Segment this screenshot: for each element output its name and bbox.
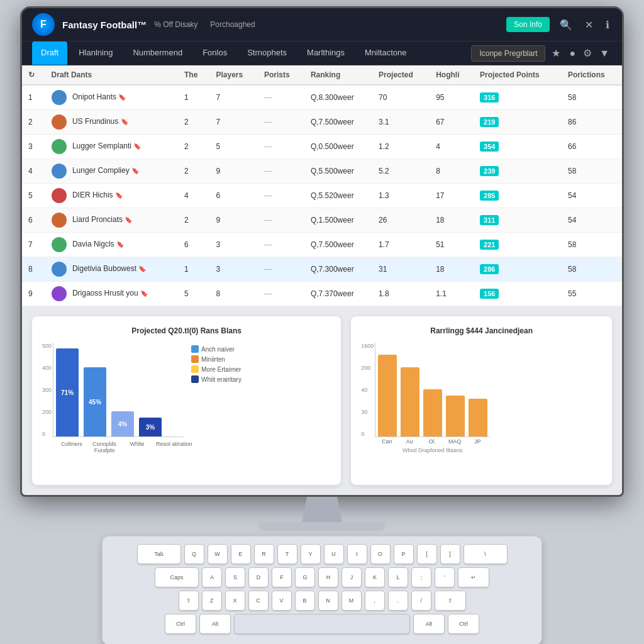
key-s[interactable]: S [225, 567, 245, 587]
settings-icon[interactable]: ⚙ [580, 47, 594, 59]
key-q[interactable]: Q [184, 544, 204, 564]
key-r[interactable]: R [254, 544, 274, 564]
table-row[interactable]: 9 Drigaoss Hrusit you 🔖 5 8 — Q,7.370wee… [22, 282, 622, 306]
info-icon[interactable]: ℹ [603, 16, 612, 33]
key-y[interactable]: Y [301, 544, 321, 564]
col-header-the[interactable]: The [178, 65, 209, 85]
col-header-ranking[interactable]: Ranking [304, 65, 372, 85]
col-header-draft-dants[interactable]: Draft Dants [45, 65, 178, 85]
table-row[interactable]: 2 US Frundinus 🔖 2 7 — Q,7.500weer 3.1 6… [22, 110, 622, 135]
legend-item: Anch naiver [191, 345, 242, 353]
bar-group: 4% [111, 411, 134, 436]
nav-item-hlanlning[interactable]: Hlanlning [70, 42, 121, 65]
porictions-cell: 86 [562, 110, 622, 135]
projected-points-cell: 311 [474, 208, 562, 233]
key-l[interactable]: L [388, 567, 408, 587]
key-backslash[interactable]: \ [464, 544, 508, 564]
nav-action-button[interactable]: Iconpe Pregrblart [471, 45, 545, 62]
col-header-porictions[interactable]: Porictions [562, 65, 622, 85]
table-row[interactable]: 1 Onipot Hants 🔖 1 7 — Q,8.300weer 70 95… [22, 85, 622, 110]
key-h[interactable]: H [318, 567, 338, 587]
key-a[interactable]: A [202, 567, 222, 587]
row-index: 9 [22, 282, 45, 306]
projected-points-cell: 286 [474, 257, 562, 282]
porictions-cell: 58 [562, 85, 622, 110]
key-ctrl-r[interactable]: Ctrl [448, 614, 479, 634]
key-alt-r[interactable]: Alt [413, 614, 445, 634]
key-period[interactable]: . [388, 591, 408, 611]
table-row[interactable]: 6 Liard Pronciats 🔖 2 9 — Q,1.500weer 26… [22, 208, 622, 233]
key-e[interactable]: E [231, 544, 251, 564]
right-x-label: Au [400, 438, 419, 445]
nav-item-mniltactone[interactable]: Mniltactone [356, 42, 415, 65]
nav-item-draft[interactable]: Draft [32, 42, 67, 65]
star-icon[interactable]: ★ [548, 47, 564, 59]
porists-cell: — [258, 159, 304, 184]
key-caps[interactable]: Caps [155, 567, 199, 587]
the-cell: 2 [178, 159, 209, 184]
key-m[interactable]: M [341, 591, 362, 611]
data-table-container: ↻ Draft Dants The Players Porists Rankin… [22, 65, 622, 306]
porictions-cell: 58 [562, 233, 622, 257]
key-w[interactable]: W [208, 544, 228, 564]
table-row[interactable]: 4 Lunger Compliey 🔖 2 9 — Q,5.500weer 5.… [22, 159, 622, 184]
nav-item-marlthings[interactable]: Marlthings [298, 42, 353, 65]
ranking-cell: Q,1.500weer [304, 208, 372, 233]
key-x[interactable]: X [225, 591, 245, 611]
key-enter[interactable]: ↵ [458, 567, 489, 587]
key-comma[interactable]: , [365, 591, 385, 611]
key-slash[interactable]: / [411, 591, 431, 611]
key-u[interactable]: U [324, 544, 344, 564]
key-semicolon[interactable]: ; [411, 567, 431, 587]
chevron-down-icon[interactable]: ▼ [597, 48, 612, 59]
table-row[interactable]: 5 DIER Hichis 🔖 4 6 — Q,5.520weer 1.3 17… [22, 184, 622, 208]
player-name-cell: DIER Hichis 🔖 [45, 184, 178, 208]
key-c[interactable]: C [248, 591, 269, 611]
key-f[interactable]: F [272, 567, 292, 587]
key-g[interactable]: G [295, 567, 315, 587]
son-info-button[interactable]: Son Info [506, 17, 550, 32]
key-n[interactable]: N [318, 591, 338, 611]
table-row[interactable]: 8 Digetivia Bubowest 🔖 1 3 — Q,7.300weer… [22, 257, 622, 282]
key-b[interactable]: B [295, 591, 315, 611]
orange-bar [469, 399, 487, 436]
key-shift-r[interactable]: ⇧ [435, 591, 466, 611]
nav-item-strnophets[interactable]: Strnophets [238, 42, 296, 65]
key-j[interactable]: J [341, 567, 362, 587]
table-row[interactable]: 7 Davia Nigcls 🔖 6 3 — Q,7.500weer 1.7 5… [22, 233, 622, 257]
key-rbracket[interactable]: ] [440, 544, 460, 564]
right-x-subtitle: Wlool Draploned Iltaans [375, 447, 490, 453]
key-v[interactable]: V [272, 591, 292, 611]
key-p[interactable]: P [394, 544, 414, 564]
col-header-projected-points[interactable]: Projected Points [474, 65, 562, 85]
key-ctrl[interactable]: Ctrl [165, 614, 196, 634]
key-i[interactable]: I [347, 544, 367, 564]
col-header-players[interactable]: Players [209, 65, 257, 85]
key-t[interactable]: T [277, 544, 297, 564]
col-header-projected[interactable]: Projected [372, 65, 430, 85]
key-space[interactable] [234, 614, 410, 634]
key-quote[interactable]: ' [435, 567, 455, 587]
nav-item-fonlos[interactable]: Fonlos [194, 42, 236, 65]
the-cell: 2 [178, 110, 209, 135]
key-d[interactable]: D [248, 567, 269, 587]
close-icon[interactable]: ✕ [582, 16, 596, 33]
key-row-3: ⇧ Z X C V B N M , . / ⇧ [113, 591, 531, 611]
nav-item-numbermend[interactable]: Numbermend [124, 42, 191, 65]
col-header-refresh: ↻ [22, 65, 45, 85]
porictions-cell: 54 [562, 184, 622, 208]
table-row[interactable]: 3 Lugger Semplanti 🔖 2 5 — Q,0.500weer 1… [22, 135, 622, 159]
orange-bar [446, 396, 465, 436]
col-header-porists[interactable]: Porists [258, 65, 304, 85]
key-z[interactable]: Z [202, 591, 222, 611]
bar: 45% [84, 367, 106, 436]
col-header-hoghli[interactable]: Hoghli [430, 65, 474, 85]
key-k[interactable]: K [365, 567, 385, 587]
breadcrumb: Porchoaghed [210, 20, 255, 29]
search-icon[interactable]: 🔍 [557, 16, 575, 33]
key-o[interactable]: O [370, 544, 391, 564]
key-tab[interactable]: Tab [137, 544, 181, 564]
key-shift-l[interactable]: ⇧ [179, 591, 199, 611]
key-lbracket[interactable]: [ [417, 544, 437, 564]
key-alt[interactable]: Alt [199, 614, 231, 634]
